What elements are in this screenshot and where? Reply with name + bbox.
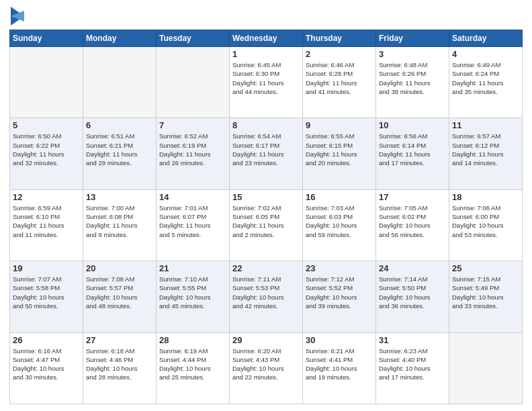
day-info: Sunrise: 7:05 AM Sunset: 6:02 PM Dayligh…	[379, 203, 446, 239]
calendar-cell: 29Sunrise: 6:20 AM Sunset: 4:43 PM Dayli…	[230, 332, 303, 404]
calendar-cell: 6Sunrise: 6:51 AM Sunset: 6:21 PM Daylig…	[83, 118, 157, 189]
page: SundayMondayTuesdayWednesdayThursdayFrid…	[0, 0, 532, 411]
calendar-cell	[10, 47, 83, 118]
day-number: 30	[306, 335, 373, 345]
day-number: 23	[306, 263, 373, 273]
calendar-cell: 3Sunrise: 6:48 AM Sunset: 6:26 PM Daylig…	[376, 47, 449, 118]
day-info: Sunrise: 6:55 AM Sunset: 6:15 PM Dayligh…	[306, 132, 373, 167]
calendar-cell: 4Sunrise: 6:49 AM Sunset: 6:24 PM Daylig…	[449, 47, 523, 118]
calendar-cell: 5Sunrise: 6:50 AM Sunset: 6:22 PM Daylig…	[10, 118, 83, 189]
calendar-cell: 15Sunrise: 7:02 AM Sunset: 6:05 PM Dayli…	[230, 189, 303, 261]
calendar-cell	[157, 47, 230, 118]
calendar-week-row: 1Sunrise: 6:45 AM Sunset: 6:30 PM Daylig…	[10, 47, 523, 118]
day-number: 28	[159, 335, 226, 345]
calendar-week-row: 5Sunrise: 6:50 AM Sunset: 6:22 PM Daylig…	[10, 118, 523, 189]
calendar-week-row: 26Sunrise: 6:16 AM Sunset: 4:47 PM Dayli…	[10, 332, 523, 404]
weekday-header: Thursday	[303, 30, 376, 47]
calendar-cell: 23Sunrise: 7:12 AM Sunset: 5:52 PM Dayli…	[303, 261, 376, 332]
day-number: 12	[13, 192, 80, 202]
day-info: Sunrise: 6:50 AM Sunset: 6:22 PM Dayligh…	[13, 132, 80, 167]
day-info: Sunrise: 6:16 AM Sunset: 4:47 PM Dayligh…	[13, 347, 80, 382]
calendar-cell: 27Sunrise: 6:18 AM Sunset: 4:46 PM Dayli…	[83, 332, 157, 404]
day-number: 22	[232, 263, 300, 273]
weekday-header: Friday	[376, 30, 449, 47]
calendar-cell: 19Sunrise: 7:07 AM Sunset: 5:58 PM Dayli…	[10, 261, 83, 332]
calendar-cell: 1Sunrise: 6:45 AM Sunset: 6:30 PM Daylig…	[230, 47, 303, 118]
day-info: Sunrise: 7:08 AM Sunset: 5:57 PM Dayligh…	[86, 275, 153, 310]
day-info: Sunrise: 6:20 AM Sunset: 4:43 PM Dayligh…	[232, 347, 300, 382]
calendar-cell: 20Sunrise: 7:08 AM Sunset: 5:57 PM Dayli…	[83, 261, 157, 332]
day-number: 4	[452, 49, 519, 59]
day-info: Sunrise: 6:59 AM Sunset: 6:10 PM Dayligh…	[13, 203, 80, 239]
day-info: Sunrise: 7:01 AM Sunset: 6:07 PM Dayligh…	[159, 203, 226, 239]
calendar-cell: 16Sunrise: 7:03 AM Sunset: 6:03 PM Dayli…	[303, 189, 376, 261]
day-info: Sunrise: 6:57 AM Sunset: 6:12 PM Dayligh…	[452, 132, 519, 167]
calendar-cell	[449, 332, 523, 404]
calendar-cell: 12Sunrise: 6:59 AM Sunset: 6:10 PM Dayli…	[10, 189, 83, 261]
day-number: 3	[379, 49, 446, 59]
day-info: Sunrise: 6:56 AM Sunset: 6:14 PM Dayligh…	[379, 132, 446, 167]
calendar-table: SundayMondayTuesdayWednesdayThursdayFrid…	[9, 30, 523, 404]
calendar-week-row: 12Sunrise: 6:59 AM Sunset: 6:10 PM Dayli…	[10, 189, 523, 261]
day-number: 15	[232, 192, 300, 202]
calendar-cell: 21Sunrise: 7:10 AM Sunset: 5:55 PM Dayli…	[157, 261, 230, 332]
calendar-cell: 28Sunrise: 6:19 AM Sunset: 4:44 PM Dayli…	[157, 332, 230, 404]
day-info: Sunrise: 6:51 AM Sunset: 6:21 PM Dayligh…	[86, 132, 153, 167]
calendar-cell: 9Sunrise: 6:55 AM Sunset: 6:15 PM Daylig…	[303, 118, 376, 189]
weekday-header: Monday	[83, 30, 157, 47]
calendar-cell: 30Sunrise: 6:21 AM Sunset: 4:41 PM Dayli…	[303, 332, 376, 404]
day-number: 24	[379, 263, 446, 273]
calendar-cell: 7Sunrise: 6:52 AM Sunset: 6:19 PM Daylig…	[157, 118, 230, 189]
day-number: 19	[13, 263, 80, 273]
day-info: Sunrise: 6:23 AM Sunset: 4:40 PM Dayligh…	[379, 347, 446, 382]
day-number: 16	[306, 192, 373, 202]
calendar-cell: 22Sunrise: 7:11 AM Sunset: 5:53 PM Dayli…	[230, 261, 303, 332]
calendar-cell: 10Sunrise: 6:56 AM Sunset: 6:14 PM Dayli…	[376, 118, 449, 189]
day-info: Sunrise: 6:18 AM Sunset: 4:46 PM Dayligh…	[86, 347, 153, 382]
day-info: Sunrise: 7:12 AM Sunset: 5:52 PM Dayligh…	[306, 275, 373, 310]
day-info: Sunrise: 7:00 AM Sunset: 6:08 PM Dayligh…	[86, 203, 153, 239]
day-info: Sunrise: 6:19 AM Sunset: 4:44 PM Dayligh…	[159, 347, 226, 382]
day-info: Sunrise: 7:11 AM Sunset: 5:53 PM Dayligh…	[232, 275, 300, 310]
day-number: 29	[232, 335, 300, 345]
day-number: 6	[86, 120, 153, 130]
day-info: Sunrise: 6:48 AM Sunset: 6:26 PM Dayligh…	[379, 60, 446, 96]
weekday-header: Saturday	[449, 30, 523, 47]
day-info: Sunrise: 7:10 AM Sunset: 5:55 PM Dayligh…	[159, 275, 226, 310]
calendar-cell: 11Sunrise: 6:57 AM Sunset: 6:12 PM Dayli…	[449, 118, 523, 189]
day-info: Sunrise: 6:45 AM Sunset: 6:30 PM Dayligh…	[232, 60, 300, 96]
day-info: Sunrise: 7:02 AM Sunset: 6:05 PM Dayligh…	[232, 203, 300, 239]
day-number: 11	[452, 120, 519, 130]
day-number: 8	[232, 120, 300, 130]
calendar-cell: 25Sunrise: 7:15 AM Sunset: 5:49 PM Dayli…	[449, 261, 523, 332]
day-number: 1	[232, 49, 300, 59]
day-number: 7	[159, 120, 226, 130]
day-number: 17	[379, 192, 446, 202]
day-info: Sunrise: 7:03 AM Sunset: 6:03 PM Dayligh…	[306, 203, 373, 239]
day-number: 20	[86, 263, 153, 273]
day-number: 26	[13, 335, 80, 345]
calendar-cell: 2Sunrise: 6:46 AM Sunset: 6:28 PM Daylig…	[303, 47, 376, 118]
calendar-cell: 18Sunrise: 7:06 AM Sunset: 6:00 PM Dayli…	[449, 189, 523, 261]
header	[9, 7, 523, 26]
calendar-cell	[83, 47, 157, 118]
day-number: 9	[306, 120, 373, 130]
calendar-cell: 24Sunrise: 7:14 AM Sunset: 5:50 PM Dayli…	[376, 261, 449, 332]
day-info: Sunrise: 6:49 AM Sunset: 6:24 PM Dayligh…	[452, 60, 519, 96]
calendar-week-row: 19Sunrise: 7:07 AM Sunset: 5:58 PM Dayli…	[10, 261, 523, 332]
calendar-header-row: SundayMondayTuesdayWednesdayThursdayFrid…	[10, 30, 523, 47]
day-number: 14	[159, 192, 226, 202]
day-info: Sunrise: 6:46 AM Sunset: 6:28 PM Dayligh…	[306, 60, 373, 96]
day-info: Sunrise: 7:15 AM Sunset: 5:49 PM Dayligh…	[452, 275, 519, 310]
calendar-cell: 8Sunrise: 6:54 AM Sunset: 6:17 PM Daylig…	[230, 118, 303, 189]
day-number: 27	[86, 335, 153, 345]
weekday-header: Tuesday	[157, 30, 230, 47]
day-number: 21	[159, 263, 226, 273]
calendar-cell: 17Sunrise: 7:05 AM Sunset: 6:02 PM Dayli…	[376, 189, 449, 261]
day-info: Sunrise: 7:14 AM Sunset: 5:50 PM Dayligh…	[379, 275, 446, 310]
day-info: Sunrise: 6:54 AM Sunset: 6:17 PM Dayligh…	[232, 132, 300, 167]
day-number: 10	[379, 120, 446, 130]
day-info: Sunrise: 7:06 AM Sunset: 6:00 PM Dayligh…	[452, 203, 519, 239]
logo	[9, 9, 24, 26]
day-number: 13	[86, 192, 153, 202]
